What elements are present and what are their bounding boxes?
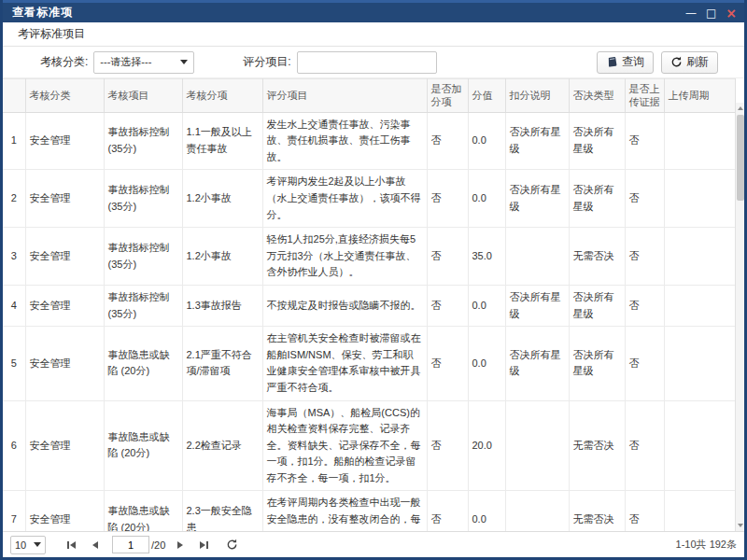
cell-score: 0.0 (468, 112, 505, 170)
page-number-input[interactable] (112, 536, 149, 553)
section-header: 考评标准项目 (3, 22, 744, 47)
reload-page-button[interactable] (226, 539, 238, 551)
prev-page-button[interactable] (92, 538, 98, 553)
cell-cycle (664, 400, 735, 491)
scroll-down-icon[interactable] (736, 520, 744, 531)
cell-cycle (664, 170, 735, 228)
cell-no: 3 (3, 228, 25, 286)
column-header-deduction: 扣分说明 (505, 79, 569, 113)
page-size-select[interactable]: 10 (10, 536, 46, 554)
column-header-veto-type: 否决类型 (569, 79, 625, 113)
minimize-button[interactable]: — (685, 7, 697, 19)
cell-veto: 否决所有星级 (569, 285, 625, 326)
cell-score: 0.0 (468, 285, 505, 326)
column-header-index (3, 79, 25, 113)
cell-deduct: 否决所有星级 (505, 112, 569, 170)
column-header-bonus: 是否加分项 (427, 79, 468, 113)
project-filter-label: 评分项目: (243, 54, 290, 70)
category-select[interactable]: ---请选择--- (93, 51, 194, 74)
cell-project: 发生水上交通责任事故、污染事故、责任机损事故、责任工伤事故。 (262, 112, 427, 170)
column-header-score: 分值 (468, 79, 505, 113)
cell-upload: 否 (625, 285, 664, 326)
cell-upload: 否 (625, 228, 664, 286)
modal-window: 查看标准项 — □ × 考评标准项目 考核分类: ---请选择--- 评分项目:… (0, 0, 747, 560)
prev-page-icon (92, 541, 98, 549)
table-row[interactable]: 3安全管理事故指标控制 (35分)1.2小事故轻伤1人扣25分,直接经济损失每5… (3, 228, 735, 286)
cell-deduct: 否决所有星级 (505, 327, 569, 400)
cell-score: 0.0 (468, 170, 505, 228)
table-row[interactable]: 1安全管理事故指标控制 (35分)1.1一般及以上责任事故发生水上交通责任事故、… (3, 112, 735, 170)
cell-bonus: 否 (427, 228, 468, 286)
cell-sub: 1.2小事故 (182, 228, 262, 286)
table-row[interactable]: 2安全管理事故指标控制 (35分)1.2小事故考评期内发生2起及以上小事故（水上… (3, 170, 735, 228)
filter-toolbar: 考核分类: ---请选择--- 评分项目: 查询 刷新 (3, 47, 744, 78)
first-page-icon (70, 541, 76, 549)
cell-bonus: 否 (427, 491, 468, 531)
cell-category: 安全管理 (25, 400, 104, 491)
close-button[interactable]: × (726, 7, 737, 20)
table-body: 1安全管理事故指标控制 (35分)1.1一般及以上责任事故发生水上交通责任事故、… (3, 112, 735, 531)
maximize-button[interactable]: □ (706, 7, 716, 19)
cell-no: 4 (3, 285, 25, 326)
scroll-up-icon[interactable] (736, 103, 744, 114)
cell-deduct (505, 400, 569, 491)
table-row[interactable]: 7安全管理事故隐患或缺陷 (20分)2.3一般安全隐患在考评周期内各类检查中出现… (3, 491, 735, 531)
cell-veto: 无需否决 (569, 400, 625, 491)
project-filter-input[interactable] (297, 51, 437, 74)
grid-table: 考核分类 考核项目 考核分项 评分项目 是否加分项 分值 扣分说明 否决类型 是… (3, 78, 736, 531)
cell-sub: 2.1严重不符合项/滞留项 (182, 327, 262, 400)
header-row: 考核分类 考核项目 考核分项 评分项目 是否加分项 分值 扣分说明 否决类型 是… (3, 79, 735, 113)
scrollbar-thumb[interactable] (737, 115, 744, 201)
cell-bonus: 否 (427, 400, 468, 491)
refresh-icon (670, 56, 683, 68)
cell-upload: 否 (625, 112, 664, 170)
title-bar: 查看标准项 — □ × (3, 0, 744, 22)
data-grid: 考核分类 考核项目 考核分项 评分项目 是否加分项 分值 扣分说明 否决类型 是… (3, 78, 744, 531)
category-filter-label: 考核分类: (40, 54, 88, 70)
column-header-subitem: 考核分项 (182, 79, 262, 113)
query-button-label: 查询 (622, 54, 644, 70)
cell-item: 事故指标控制 (35分) (104, 170, 182, 228)
cell-upload: 否 (625, 400, 664, 491)
column-header-category: 考核分类 (25, 79, 104, 113)
cell-category: 安全管理 (25, 327, 104, 400)
cell-cycle (664, 228, 735, 286)
table-row[interactable]: 5安全管理事故隐患或缺陷 (20分)2.1严重不符合项/滞留项在主管机关安全检查… (3, 327, 735, 400)
cell-upload: 否 (625, 491, 664, 531)
cell-category: 安全管理 (25, 112, 104, 170)
cell-veto: 否决所有星级 (569, 327, 625, 400)
cell-sub: 1.1一般及以上责任事故 (182, 112, 262, 170)
cell-no: 7 (3, 491, 25, 531)
cell-score: 0.0 (468, 491, 505, 531)
next-page-icon (177, 541, 183, 549)
chevron-down-icon (180, 60, 188, 64)
vertical-scrollbar[interactable] (735, 103, 744, 531)
query-button[interactable]: 查询 (597, 51, 654, 74)
pagination-bar: 10 /20 1-10共 192条 (3, 531, 744, 557)
cell-score: 20.0 (468, 400, 505, 491)
cell-item: 事故隐患或缺陷 (20分) (104, 327, 182, 400)
next-page-button[interactable] (177, 538, 183, 553)
cell-score: 0.0 (468, 327, 505, 400)
cell-project: 考评期内发生2起及以上小事故（水上交通责任事故），该项不得分。 (262, 170, 427, 228)
cell-project: 在考评周期内各类检查中出现一般安全隐患的，没有整改闭合的，每一项，扣3分。 (262, 491, 427, 531)
refresh-button[interactable]: 刷新 (661, 51, 718, 74)
first-page-button[interactable] (67, 538, 76, 553)
cell-no: 1 (3, 112, 25, 170)
cell-item: 事故指标控制 (35分) (104, 112, 182, 170)
cell-veto: 无需否决 (569, 228, 625, 286)
table-row[interactable]: 4安全管理事故指标控制 (35分)1.3事故报告不按规定及时报告或隐瞒不报的。否… (3, 285, 735, 326)
cell-no: 2 (3, 170, 25, 228)
table-row[interactable]: 6安全管理事故隐患或缺陷 (20分)2.2检查记录海事局（MSA）、船检局(CC… (3, 400, 735, 491)
page-size-value: 10 (15, 539, 26, 551)
record-count-summary: 1-10共 192条 (676, 538, 737, 552)
cell-cycle (664, 285, 735, 326)
cell-deduct: 否决所有星级 (505, 170, 569, 228)
last-page-button[interactable] (200, 538, 208, 553)
cell-item: 事故隐患或缺陷 (20分) (104, 400, 182, 491)
cell-project: 不按规定及时报告或隐瞒不报的。 (262, 285, 427, 326)
cell-upload: 否 (625, 327, 664, 400)
cell-bonus: 否 (427, 285, 468, 326)
cell-deduct: 否决所有星级 (505, 285, 569, 326)
cell-item: 事故指标控制 (35分) (104, 285, 182, 326)
